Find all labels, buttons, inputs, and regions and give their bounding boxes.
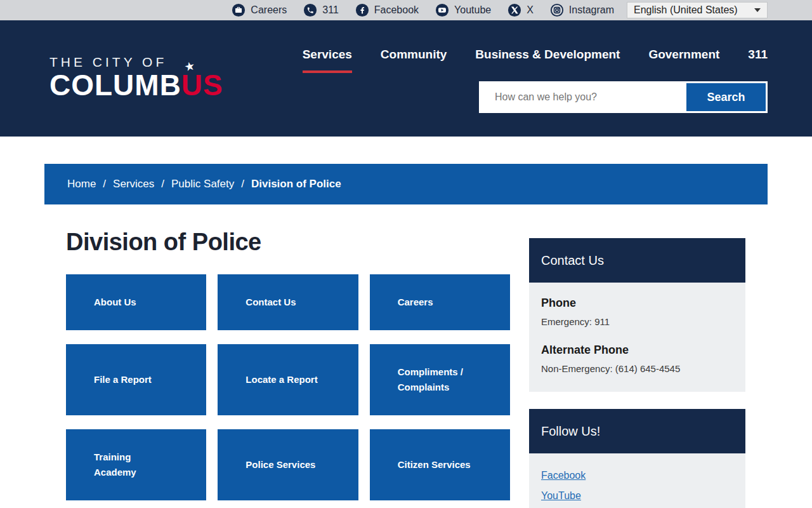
youtube-icon <box>435 3 449 17</box>
utility-link-label: Instagram <box>569 4 614 16</box>
alternate-phone-heading: Alternate Phone <box>541 344 733 357</box>
search-button[interactable]: Search <box>686 83 766 111</box>
site-search: Search <box>479 81 768 113</box>
breadcrumb-separator: / <box>241 178 244 190</box>
tile-training-academy[interactable]: Training Academy <box>66 429 206 500</box>
utility-link-x[interactable]: X <box>508 3 534 17</box>
tile-locate-a-report[interactable]: Locate a Report <box>218 344 358 415</box>
nav-item-business-development[interactable]: Business & Development <box>475 48 620 73</box>
city-of-columbus-logo[interactable]: THE CITY OF COLUMBUS ★ <box>49 55 223 137</box>
utility-link-label: 311 <box>322 4 339 16</box>
alternate-phone-value: Non-Emergency: (614) 645-4545 <box>541 363 733 374</box>
utility-link-label: X <box>527 4 534 16</box>
follow-us-panel-title: Follow Us! <box>529 409 745 453</box>
phone-heading: Phone <box>541 297 733 310</box>
utility-bar: Careers 311 Facebook Youtube <box>0 0 812 20</box>
chevron-down-icon <box>754 8 761 12</box>
utility-link-311[interactable]: 311 <box>303 3 339 17</box>
utility-link-label: Youtube <box>454 4 491 16</box>
sidebar: Contact Us Phone Emergency: 911 Alternat… <box>529 238 745 508</box>
breadcrumb-home[interactable]: Home <box>67 178 96 190</box>
search-input[interactable] <box>481 83 686 111</box>
follow-link-youtube[interactable]: YouTube <box>541 490 733 502</box>
breadcrumb-public-safety[interactable]: Public Safety <box>171 178 234 190</box>
breadcrumb-separator: / <box>161 178 164 190</box>
logo-wordmark: COLUMBUS ★ <box>49 70 223 100</box>
breadcrumb-separator: / <box>103 178 106 190</box>
briefcase-icon <box>232 3 246 17</box>
contact-us-panel: Contact Us Phone Emergency: 911 Alternat… <box>529 238 745 392</box>
utility-link-label: Careers <box>251 4 287 16</box>
phone-icon <box>303 3 317 17</box>
nav-item-community[interactable]: Community <box>381 48 447 73</box>
phone-value: Emergency: 911 <box>541 316 733 327</box>
tile-citizen-services[interactable]: Citizen Services <box>370 429 510 500</box>
tile-police-services[interactable]: Police Services <box>218 429 358 500</box>
facebook-icon <box>355 3 369 17</box>
utility-link-youtube[interactable]: Youtube <box>435 3 491 17</box>
follow-us-panel: Follow Us! Facebook YouTube <box>529 409 745 508</box>
utility-link-instagram[interactable]: Instagram <box>550 3 614 17</box>
breadcrumb-services[interactable]: Services <box>113 178 154 190</box>
contact-us-panel-title: Contact Us <box>529 238 745 283</box>
quick-links-grid: About Us Contact Us Careers File a Repor… <box>66 274 510 500</box>
tile-careers[interactable]: Careers <box>370 274 510 330</box>
language-selector-value: English (United States) <box>634 4 738 16</box>
tile-file-a-report[interactable]: File a Report <box>66 344 206 415</box>
utility-link-label: Facebook <box>374 4 419 16</box>
nav-item-government[interactable]: Government <box>648 48 719 73</box>
utility-link-careers[interactable]: Careers <box>232 3 287 17</box>
main-nav: Services Community Business & Developmen… <box>303 48 768 73</box>
breadcrumb-current: Division of Police <box>251 178 341 190</box>
x-icon <box>508 3 521 17</box>
tile-contact-us[interactable]: Contact Us <box>218 274 358 330</box>
site-header: THE CITY OF COLUMBUS ★ Services Communit… <box>0 20 812 137</box>
language-selector[interactable]: English (United States) <box>627 2 768 18</box>
logo-tagline: THE CITY OF <box>49 55 223 70</box>
utility-link-facebook[interactable]: Facebook <box>355 3 419 17</box>
nav-item-311[interactable]: 311 <box>748 48 768 73</box>
follow-link-facebook[interactable]: Facebook <box>541 470 733 481</box>
breadcrumb: Home / Services / Public Safety / Divisi… <box>44 164 768 204</box>
nav-item-services[interactable]: Services <box>303 48 352 73</box>
instagram-icon <box>550 3 564 17</box>
page-title: Division of Police <box>66 229 510 256</box>
tile-about-us[interactable]: About Us <box>66 274 206 330</box>
tile-compliments-complaints[interactable]: Compliments / Complaints <box>370 344 510 415</box>
